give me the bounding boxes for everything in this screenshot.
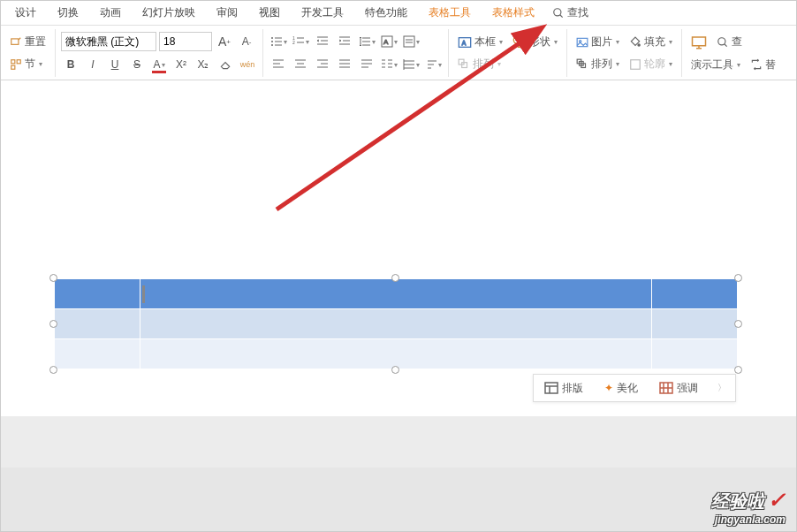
resize-handle-tl[interactable]: [49, 274, 57, 282]
picture-icon: [576, 36, 588, 49]
align-text-button[interactable]: ▾: [401, 32, 421, 51]
eraser-icon: [219, 58, 232, 71]
columns-button[interactable]: ▾: [379, 55, 398, 74]
superscript-button[interactable]: X²: [171, 55, 191, 74]
text-direction-button[interactable]: A▾: [379, 32, 398, 51]
phonetic-button[interactable]: wén: [238, 55, 257, 74]
tab-button[interactable]: ▾: [401, 55, 421, 74]
bold-button[interactable]: B: [61, 55, 80, 74]
numbering-button[interactable]: 12▾: [291, 32, 310, 51]
resize-handle-tr[interactable]: [734, 274, 742, 282]
present-tools-button[interactable]: [687, 33, 710, 52]
menu-animation[interactable]: 动画: [89, 2, 132, 24]
menu-design[interactable]: 设计: [4, 2, 47, 24]
svg-rect-70: [631, 59, 641, 69]
reset-icon: [10, 36, 22, 49]
bullets-button[interactable]: ▾: [269, 32, 288, 51]
menu-developer[interactable]: 开发工具: [291, 2, 354, 24]
sort-button[interactable]: ▾: [423, 55, 443, 74]
textbox-button[interactable]: A 本框▾: [454, 33, 506, 51]
svg-point-60: [513, 36, 520, 43]
svg-rect-61: [519, 41, 525, 47]
svg-rect-3: [11, 59, 15, 63]
textbox-label: 本框: [474, 34, 496, 49]
svg-point-0: [554, 8, 561, 15]
float-layout-button[interactable]: 排版: [534, 381, 594, 396]
tab-icon: [403, 58, 415, 71]
menu-table-style[interactable]: 表格样式: [482, 2, 545, 24]
table-row[interactable]: [55, 339, 738, 369]
resize-handle-tm[interactable]: [391, 274, 399, 282]
strikethrough-button[interactable]: S: [127, 55, 147, 74]
distribute-button[interactable]: [357, 55, 376, 74]
picture-button[interactable]: 图片▾: [573, 33, 623, 51]
arrange-icon: [458, 58, 470, 71]
menu-slideshow[interactable]: 幻灯片放映: [132, 2, 206, 24]
menu-table-tools[interactable]: 表格工具: [418, 2, 482, 24]
menu-transition[interactable]: 切换: [47, 2, 89, 24]
shape-button[interactable]: 形状▾: [509, 33, 561, 51]
line-spacing-button[interactable]: ▾: [357, 32, 376, 51]
align-justify-icon: [338, 58, 351, 71]
arrange2-button[interactable]: 排列▾: [573, 55, 623, 73]
italic-button[interactable]: I: [83, 55, 102, 74]
subscript-button[interactable]: X₂: [194, 55, 213, 74]
emphasize-icon: [659, 382, 673, 394]
ribbon-group-paragraph: ▾ 12▾ ▾ A▾ ▾ ▾ ▾ ▾: [263, 29, 449, 77]
svg-rect-27: [404, 36, 414, 47]
increase-font-button[interactable]: A+: [215, 32, 234, 51]
slide-canvas[interactable]: 排版 ✦ 美化 强调 〉: [1, 80, 796, 416]
resize-handle-bl[interactable]: [49, 366, 57, 374]
line-spacing-icon: [359, 35, 371, 48]
indent-increase-button[interactable]: [335, 32, 354, 51]
menu-bar: 设计 切换 动画 幻灯片放映 审阅 视图 开发工具 特色功能 表格工具 表格样式…: [1, 1, 796, 26]
align-left-button[interactable]: [269, 55, 288, 74]
replace-button[interactable]: 替: [747, 56, 779, 74]
align-center-button[interactable]: [291, 55, 310, 74]
slide-table[interactable]: [54, 278, 738, 369]
underline-button[interactable]: U: [105, 55, 125, 74]
present-tools-label: 演示工具: [691, 57, 733, 72]
resize-handle-ml[interactable]: [49, 320, 57, 328]
find-button[interactable]: 查: [713, 33, 746, 51]
indent-decrease-button[interactable]: [313, 32, 332, 51]
float-beautify-button[interactable]: ✦ 美化: [594, 381, 649, 396]
resize-handle-bm[interactable]: [391, 366, 399, 374]
font-color-button[interactable]: A▾: [149, 55, 169, 74]
float-more-button[interactable]: 〉: [709, 382, 735, 394]
watermark: 经验啦✓ jingyanla.com: [711, 488, 786, 526]
menu-features[interactable]: 特色功能: [354, 2, 418, 24]
table-row[interactable]: [55, 279, 738, 309]
align-text-icon: [403, 35, 415, 48]
replace-icon: [750, 58, 763, 71]
resize-handle-mr[interactable]: [734, 320, 742, 328]
table-row[interactable]: [55, 309, 738, 339]
align-justify-button[interactable]: [335, 55, 354, 74]
fill-button[interactable]: 填充▾: [626, 33, 676, 51]
menu-view[interactable]: 视图: [248, 2, 291, 24]
float-emphasize-button[interactable]: 强调: [649, 381, 709, 396]
reset-label: 重置: [25, 34, 46, 49]
section-icon: [10, 58, 22, 71]
table-selection[interactable]: [54, 278, 738, 369]
arrange-button[interactable]: 排列▾: [454, 55, 505, 73]
outline-icon: [629, 58, 641, 71]
menu-search[interactable]: 查找: [545, 2, 596, 24]
menu-review[interactable]: 审阅: [206, 2, 248, 24]
align-right-button[interactable]: [313, 55, 332, 74]
clear-format-button[interactable]: [216, 55, 235, 74]
font-size-select[interactable]: [159, 32, 212, 51]
fill-label: 填充: [644, 34, 665, 49]
present-tools-label-button[interactable]: 演示工具▾: [687, 56, 744, 74]
align-left-icon: [272, 58, 285, 71]
decrease-font-button[interactable]: A-: [237, 32, 256, 51]
reset-button[interactable]: 重置: [6, 33, 49, 51]
section-button[interactable]: 节▾: [6, 55, 46, 73]
svg-rect-2: [11, 38, 19, 43]
outline-button[interactable]: 轮廓▾: [626, 55, 676, 73]
font-name-select[interactable]: [61, 32, 156, 51]
ribbon-group-style: 图片▾ 填充▾ 排列▾ 轮廓▾: [567, 29, 682, 77]
textbox-icon: A: [458, 35, 472, 49]
resize-handle-br[interactable]: [734, 366, 742, 374]
shape-icon: [512, 35, 527, 49]
